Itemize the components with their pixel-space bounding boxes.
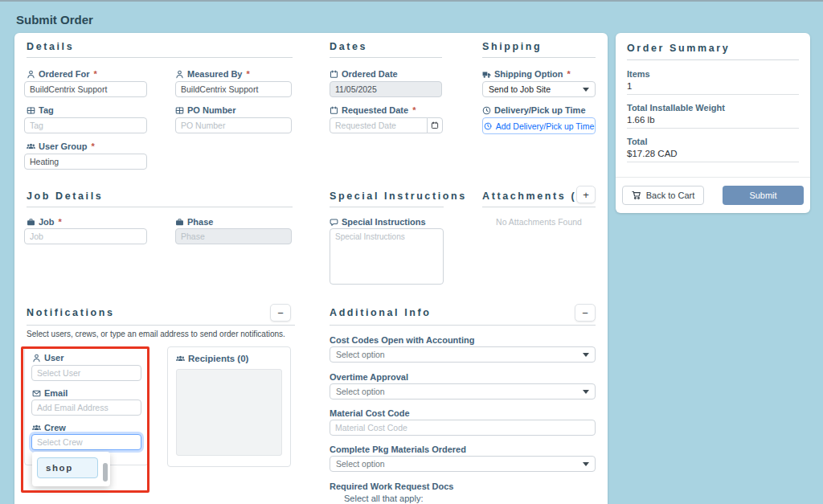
collapse-notifications-button[interactable]: − <box>270 304 291 322</box>
additional-info-heading: Additional Info <box>330 307 431 318</box>
clock-icon <box>484 122 492 130</box>
total-label: Total <box>627 137 647 146</box>
truck-icon <box>482 70 491 79</box>
label-text: Ordered Date <box>342 69 398 79</box>
job-input[interactable] <box>24 228 147 244</box>
order-form-card: Details Ordered For * Measured By * Tag … <box>14 33 608 504</box>
plus-icon: + <box>583 189 589 201</box>
crew-dropdown: shop <box>32 452 110 486</box>
user-group-input[interactable] <box>24 154 147 170</box>
briefcase-icon <box>175 218 184 227</box>
back-to-cart-button[interactable]: Back to Cart <box>622 186 704 205</box>
caret-down-icon <box>583 462 589 466</box>
divider <box>330 57 442 58</box>
weight-value: 1.66 lb <box>627 115 655 125</box>
crew-label: Crew <box>32 423 66 432</box>
user-group-label: User Group * <box>27 141 95 151</box>
notifications-heading: Notifications <box>27 307 115 318</box>
notification-inputs-box: User Email Crew <box>24 346 149 465</box>
recipients-empty-area <box>176 369 282 456</box>
label-text: Special Instructions <box>342 217 426 227</box>
shipping-option-select[interactable]: Send to Job Site <box>482 81 596 97</box>
delivery-time-label: Delivery/Pick up Time <box>482 105 586 115</box>
grid-icon <box>175 106 184 115</box>
select-user-input[interactable] <box>31 365 141 381</box>
complete-pkg-label: Complete Pkg Materials Ordered <box>330 445 466 454</box>
requested-date-label: Requested Date * <box>330 105 416 115</box>
recipients-box: Recipients (0) <box>167 346 291 467</box>
add-email-input[interactable] <box>31 400 141 416</box>
collapse-additional-info-button[interactable]: − <box>575 304 596 322</box>
calendar-icon <box>330 106 338 115</box>
ordered-for-input[interactable] <box>24 81 147 97</box>
person-icon <box>32 354 41 363</box>
divider <box>27 57 293 58</box>
divider <box>482 207 596 207</box>
ordered-for-label: Ordered For * <box>27 69 97 79</box>
minus-icon: − <box>277 307 284 319</box>
divider <box>627 94 799 95</box>
measured-by-input[interactable] <box>175 81 292 97</box>
user-label: User <box>32 353 63 363</box>
attachments-heading: Attachments (0) <box>482 191 589 202</box>
total-value: $17.28 CAD <box>627 149 678 158</box>
required-asterisk: * <box>94 69 97 79</box>
shipping-heading: Shipping <box>482 41 542 52</box>
items-label: Items <box>627 69 650 79</box>
select-crew-input[interactable] <box>31 434 141 450</box>
envelope-icon <box>32 389 41 398</box>
special-instructions-label: Special Instructions <box>330 217 426 227</box>
special-instructions-textarea[interactable] <box>330 228 444 285</box>
add-delivery-time-button[interactable]: Add Delivery/Pick up Time <box>482 117 596 134</box>
label-text: Job <box>39 217 55 227</box>
phase-label: Phase <box>175 217 213 227</box>
label-text: Email <box>44 388 68 398</box>
add-attachment-button[interactable]: + <box>576 186 596 203</box>
special-instructions-heading: Special Instructions <box>330 191 467 202</box>
label-text: PO Number <box>187 105 236 115</box>
crew-option-shop[interactable]: shop <box>37 457 98 478</box>
label-text: Crew <box>44 423 66 432</box>
details-heading: Details <box>27 41 74 52</box>
phase-input <box>175 228 292 244</box>
complete-pkg-select[interactable]: Select option <box>330 456 596 472</box>
label-text: Recipients (0) <box>188 354 248 363</box>
requested-date-input[interactable] <box>330 117 428 133</box>
no-attachments-text: No Attachments Found <box>482 217 596 227</box>
items-value: 1 <box>627 81 632 91</box>
button-label: Back to Cart <box>646 191 695 200</box>
ordered-date-input <box>330 81 442 97</box>
overtime-approval-select[interactable]: Select option <box>330 383 596 400</box>
tag-input[interactable] <box>24 117 147 133</box>
users-group-icon <box>27 142 35 151</box>
cart-icon <box>632 191 641 200</box>
label-text: Measured By <box>187 69 242 79</box>
order-summary-heading: Order Summary <box>627 43 730 54</box>
calendar-picker-button[interactable] <box>427 117 443 133</box>
overtime-approval-label: Overtime Approval <box>330 372 408 382</box>
cost-codes-label: Cost Codes Open with Accounting <box>330 335 474 345</box>
po-number-input[interactable] <box>175 117 292 133</box>
select-value: Select option <box>336 387 385 396</box>
measured-by-label: Measured By * <box>175 69 250 79</box>
grid-icon <box>27 106 35 115</box>
dropdown-scrollbar[interactable] <box>103 463 108 481</box>
material-cost-code-input[interactable] <box>330 420 596 436</box>
label-text: Tag <box>39 105 54 115</box>
caret-down-icon <box>583 88 589 92</box>
submit-order-page: Submit Order Details Ordered For * Measu… <box>0 0 823 504</box>
caret-down-icon <box>583 353 589 357</box>
order-summary-card: Order Summary Items 1 Total Installable … <box>616 33 810 213</box>
footer-divider <box>616 177 810 178</box>
label-text: User <box>44 353 63 363</box>
person-icon <box>27 70 35 79</box>
label-text: User Group <box>39 141 88 151</box>
submit-button[interactable]: Submit <box>723 186 804 205</box>
divider <box>27 207 293 207</box>
label-text: Phase <box>187 217 213 227</box>
briefcase-icon <box>27 218 35 227</box>
calendar-icon <box>330 70 338 79</box>
recipients-label: Recipients (0) <box>176 354 248 363</box>
label-text: Requested Date <box>342 105 408 115</box>
cost-codes-select[interactable]: Select option <box>330 346 596 363</box>
